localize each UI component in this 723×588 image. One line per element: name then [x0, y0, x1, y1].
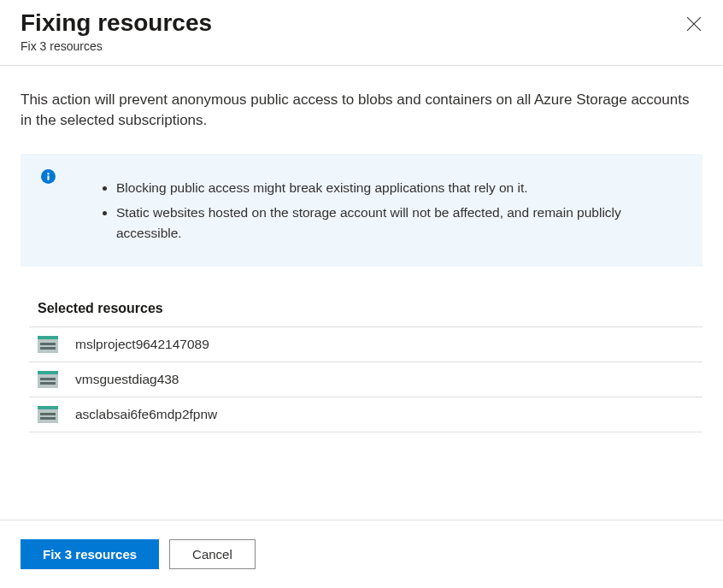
info-callout: Blocking public access might break exist… [21, 154, 702, 267]
dialog-title: Fixing resources [21, 9, 702, 38]
info-list: Blocking public access might break exist… [39, 171, 685, 244]
dialog-footer: Fix 3 resources Cancel [0, 520, 723, 588]
storage-account-icon [38, 371, 58, 388]
svg-rect-10 [38, 374, 58, 388]
resource-name: vmsguestdiag438 [75, 372, 179, 387]
svg-rect-16 [40, 417, 56, 420]
close-button[interactable] [685, 15, 702, 32]
fix-resources-button[interactable]: Fix 3 resources [21, 539, 159, 569]
action-description: This action will prevent anonymous publi… [21, 90, 702, 132]
close-icon [686, 16, 702, 32]
svg-rect-15 [40, 413, 56, 415]
resource-name: asclabsai6fe6mdp2fpnw [75, 407, 217, 422]
svg-rect-9 [38, 371, 58, 374]
svg-rect-11 [40, 378, 56, 380]
svg-rect-6 [38, 339, 58, 353]
svg-rect-5 [38, 336, 58, 339]
cancel-button[interactable]: Cancel [169, 539, 256, 569]
dialog-content: This action will prevent anonymous publi… [0, 66, 723, 433]
svg-rect-3 [47, 175, 49, 179]
svg-rect-14 [38, 409, 58, 423]
resource-row: mslproject9642147089 [29, 326, 702, 362]
svg-rect-13 [38, 406, 58, 409]
resource-row: asclabsai6fe6mdp2fpnw [29, 397, 702, 432]
info-icon [41, 169, 56, 187]
resource-list: mslproject9642147089 vmsguestdiag438 [21, 326, 702, 432]
storage-account-icon [38, 336, 58, 353]
resource-row: vmsguestdiag438 [29, 362, 702, 397]
storage-account-icon [38, 406, 58, 423]
info-item: Blocking public access might break exist… [116, 178, 685, 199]
info-item: Static websites hosted on the storage ac… [116, 203, 685, 245]
selected-resources-heading: Selected resources [21, 301, 702, 316]
svg-rect-8 [40, 347, 56, 350]
dialog-header: Fixing resources Fix 3 resources [0, 0, 723, 65]
dialog-subtitle: Fix 3 resources [21, 39, 702, 53]
svg-rect-4 [47, 173, 49, 174]
svg-rect-12 [40, 382, 56, 385]
resource-name: mslproject9642147089 [75, 337, 209, 352]
svg-rect-7 [40, 343, 56, 345]
